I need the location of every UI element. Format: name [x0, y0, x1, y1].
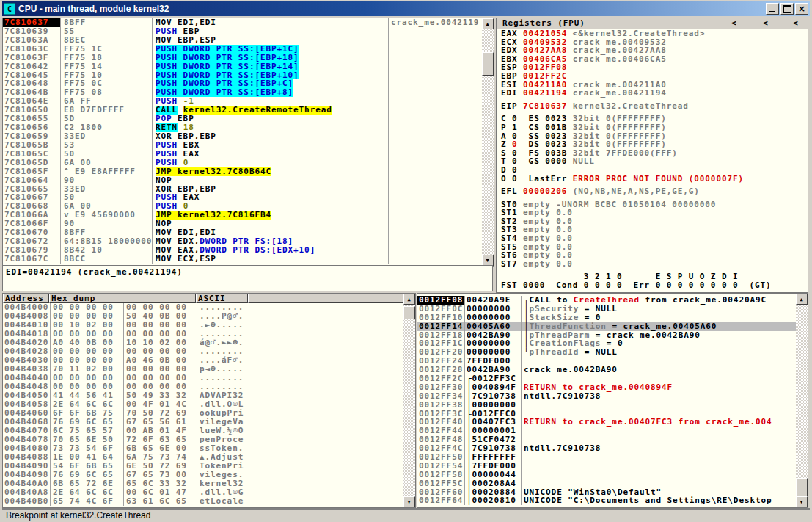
stack-row[interactable]: 0012FF50│FFFFFFFF — [417, 453, 796, 462]
dump-row[interactable]: 004B401000 10 02 0000 00 00 00.►☻..... — [3, 321, 403, 330]
disasm-row[interactable]: 7C81064BFF75 08PUSH DWORD PTR SS:[EBP+8] — [3, 88, 482, 97]
stack-row[interactable]: 0012FF48│51CF0472 — [417, 435, 796, 444]
collapse-chevron-icon[interactable]: < — [761, 18, 770, 28]
stack-scrollbar[interactable]: ▲ ▼ — [796, 294, 808, 507]
register-line[interactable]: FST 0000 Cond 0 0 0 0 Err 0 0 0 0 0 0 0 … — [497, 281, 808, 290]
scroll-down-icon[interactable]: ▼ — [403, 496, 415, 507]
register-line[interactable]: ESP 0012FF08 — [497, 63, 808, 72]
disasm-row[interactable]: 7C81065F^ E9 E8AFFFFFJMP kernel32.7C80B6… — [3, 167, 482, 176]
disasm-row[interactable]: 7C810642FF75 14PUSH DWORD PTR SS:[EBP+14… — [3, 62, 482, 71]
dump-row[interactable]: 004B40582E 64 6C 6C00 4F 01 4C.dll.O☺L — [3, 400, 403, 409]
stack-row[interactable]: 0012FF2C┌0012FF3C — [417, 374, 796, 383]
disasm-row[interactable]: 7C8106686A 00PUSH 0 — [3, 202, 482, 211]
register-line[interactable]: Z 0 DS 0023 32bit 0(FFFFFFFF) — [497, 140, 808, 149]
dump-row[interactable]: 004B404800 00 00 0000 00 00 00........ — [3, 383, 403, 391]
stack-row[interactable]: 0012FF4C│7C910738ntdll.7C910738 — [417, 444, 796, 453]
register-line[interactable]: T 0 GS 0000 NULL — [497, 157, 808, 166]
scroll-up-icon[interactable]: ▲ — [403, 294, 415, 305]
stack-row[interactable]: 0012FF180042BA90│pThreadParm = crack_me.… — [417, 331, 796, 340]
dump-row[interactable]: 004B40A06B 65 72 6E65 6C 33 32kernel32 — [3, 479, 403, 488]
scroll-thumb[interactable] — [796, 478, 808, 498]
register-line[interactable]: EFL 00000206 (NO,NB,NE,A,NS,PE,GE,G) — [497, 187, 808, 196]
collapse-chevron-icon[interactable]: < — [730, 18, 739, 28]
disasm-row[interactable]: 7C810645FF75 10PUSH DWORD PTR SS:[EBP+10… — [3, 71, 482, 80]
disasm-row[interactable]: 7C81067264:8B15 18000000MOV EDX,DWORD PT… — [3, 237, 482, 246]
register-line[interactable]: ST6 empty 0.0 — [497, 251, 808, 260]
disasm-row[interactable]: 7C81065933EDXOR EBP,EBP — [3, 132, 482, 141]
dump-row[interactable]: 004B405041 44 56 4150 49 33 32ADVAPI32 — [3, 391, 403, 400]
stack-row[interactable]: 0012FF5C│000208A4 — [417, 479, 796, 488]
disasm-row[interactable]: 7C810648FF75 0CPUSH DWORD PTR SS:[EBP+C] — [3, 79, 482, 88]
register-line[interactable]: ST2 empty 0.0 — [497, 217, 808, 226]
dump-row[interactable]: 004B40706C 75 65 5700 AB 01 4FlueW.½☺O — [3, 427, 403, 435]
register-line[interactable]: ST3 empty 0.0 — [497, 225, 808, 234]
register-line[interactable]: EDX 00427AA8 crack_me.00427AA8 — [497, 46, 808, 55]
dump-header-address[interactable]: Address — [3, 294, 49, 303]
stack-row[interactable]: 0012FF44│00000001 — [417, 427, 796, 435]
disasm-row[interactable]: 7C8106798B42 10MOV EAX,DWORD PTR DS:[EDX… — [3, 246, 482, 255]
disasm-row[interactable]: 7C81066490NOP — [3, 176, 482, 185]
stack-row[interactable]: 0012FF0800420A9E┌CALL to CreateThread fr… — [417, 296, 796, 305]
register-line[interactable]: EDI 00421194 crack_me.00421194 — [497, 89, 808, 98]
dump-scrollbar[interactable]: ▲ ▼ — [403, 294, 415, 507]
stack-row[interactable]: 0012FF280042BA90crack_me.0042BA90 — [417, 366, 796, 374]
register-line[interactable]: EBX 00406CA5 crack_me.00406CA5 — [497, 55, 808, 64]
dump-row[interactable]: 004B4020A0 40 0B 0010 10 02 00á@♂.►►☻. — [3, 338, 403, 347]
register-line[interactable]: ESI 004211A0 crack_me.004211A0 — [497, 81, 808, 90]
register-line[interactable]: ST7 empty 0.0 — [497, 260, 808, 269]
stack-row[interactable]: 0012FF58│00000044 — [417, 471, 796, 479]
stack-row[interactable]: 0012FF64│00020810UNICODE "C:\Documents a… — [417, 496, 796, 505]
register-line[interactable]: EIP 7C810637 kernel32.CreateThread — [497, 102, 808, 111]
register-line[interactable]: C 0 ES 0023 32bit 0(FFFFFFFF) — [497, 115, 808, 123]
disasm-row[interactable]: 7C81066F90NOP — [3, 220, 482, 228]
stack-row[interactable]: 0012FF247FFDF000 — [417, 357, 796, 366]
disasm-row[interactable]: 7C810656C2 1800RETN 18 — [3, 123, 482, 132]
scroll-down-icon[interactable]: ▼ — [796, 496, 808, 507]
dump-row[interactable]: 004B409876 69 6C 6567 65 73 00vileges. — [3, 471, 403, 479]
disasm-row[interactable]: 7C810650E8 D7FDFFFFCALL kernel32.CreateR… — [3, 106, 482, 115]
disasm-row[interactable]: 7C81066533EDXOR EBP,EBP — [3, 185, 482, 194]
disasm-row[interactable]: 7C8106555DPOP EBP — [3, 115, 482, 123]
dump-row[interactable]: 004B404000 00 00 0000 00 00 00........ — [3, 374, 403, 383]
disasm-row[interactable]: 7C81063FFF75 18PUSH DWORD PTR SS:[EBP+18… — [3, 54, 482, 62]
disasm-row[interactable]: 7C8106378BFFMOV EDI,EDIcrack_me.0042119 — [3, 18, 482, 27]
dump-header-hex[interactable]: Hex dump — [49, 294, 196, 303]
register-line[interactable]: A 0 SS 0023 32bit 0(FFFFFFFF) — [497, 132, 808, 141]
stack-row[interactable]: 0012FF60│00020884UNICODE "WinSta0\Defaul… — [417, 488, 796, 497]
title-bar[interactable]: C CPU - main thread, module kernel32 × — [2, 1, 810, 16]
disasm-row[interactable]: 7C81066Av E9 45690000JMP kernel32.7C816F… — [3, 211, 482, 220]
dump-row[interactable]: 004B403870 11 02 0000 00 00 00p◄☻..... — [3, 365, 403, 374]
register-line[interactable]: ST0 empty -UNORM BCBC 01050104 00000000 — [497, 200, 808, 209]
register-line[interactable]: EAX 00421054 <&kernel32.CreateThread> — [497, 29, 808, 38]
register-line[interactable]: O 0 LastErr ERROR_PROC_NOT_FOUND (000000… — [497, 175, 808, 184]
stack-row[interactable]: 0012FF1000000000│StackSize = 0 — [417, 313, 796, 322]
dump-row[interactable]: 004B403000 00 00 00A0 46 0B 00....áF♂. — [3, 356, 403, 365]
minimize-button[interactable] — [766, 3, 779, 15]
dump-row[interactable]: 004B407870 65 6E 5072 6F 63 65penProce — [3, 435, 403, 444]
disassembly-scrollbar[interactable]: ▲ ▼ — [482, 18, 494, 266]
stack-row[interactable]: 0012FF38│00000000 — [417, 401, 796, 410]
dump-row[interactable]: 004B40606F 6F 6B 7570 50 72 69ookupPri — [3, 409, 403, 418]
register-line[interactable]: S 0 FS 003B 32bit 7FFDE000(FFF) — [497, 149, 808, 158]
stack-row[interactable]: 0012FF40│00407FC3RETURN to crack_me.0040… — [417, 418, 796, 427]
stack-row[interactable]: 0012FF1C00000000│CreationFlags = 0 — [417, 339, 796, 348]
dump-row[interactable]: 004B408073 73 54 6F6B 65 6E 00ssToken. — [3, 444, 403, 453]
stack-row[interactable]: 0012FF54│7FFDF000 — [417, 462, 796, 471]
register-line[interactable]: ST4 empty 0.0 — [497, 234, 808, 243]
disasm-row[interactable]: 7C81063A8BECMOV EBP,ESP — [3, 36, 482, 45]
disasm-row[interactable]: 7C81064E6A FFPUSH -1 — [3, 97, 482, 106]
dump-row[interactable]: 004B40881E 00 41 646A 75 73 74▲.Adjust — [3, 453, 403, 462]
collapse-chevron-icon[interactable]: < — [791, 18, 800, 28]
close-button[interactable]: × — [795, 3, 808, 15]
disasm-row[interactable]: 7C81066750PUSH EAX — [3, 193, 482, 202]
stack-row[interactable]: 0012FF1400405A60│ThreadFunction = crack_… — [417, 322, 796, 331]
stack-row[interactable]: 0012FF2000000000└pThreadId = NULL — [417, 348, 796, 357]
register-line[interactable]: ST5 empty 0.0 — [497, 243, 808, 252]
register-line[interactable]: 3 2 1 0 E S P U O Z D I — [497, 272, 808, 281]
disasm-row[interactable]: 7C81065C50PUSH EAX — [3, 150, 482, 159]
stack-row[interactable]: 0012FF34│7C910738ntdll.7C910738 — [417, 392, 796, 401]
dump-row[interactable]: 004B40A82E 64 6C 6C00 6C 01 47.dll.l☺G — [3, 488, 403, 497]
dump-row[interactable]: 004B406876 69 6C 6567 65 56 61vilegeVa — [3, 418, 403, 427]
dump-header-ascii[interactable]: ASCII — [196, 294, 248, 303]
register-line[interactable]: D 0 — [497, 166, 808, 175]
